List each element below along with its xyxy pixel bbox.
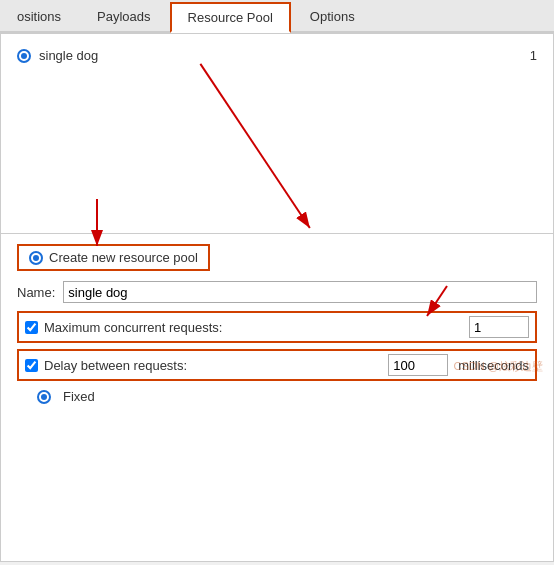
radio-button[interactable] xyxy=(17,49,31,63)
list-item[interactable]: single dog 1 xyxy=(1,40,553,71)
delay-input[interactable] xyxy=(388,354,448,376)
item-label: single dog xyxy=(39,48,98,63)
tab-resource-pool[interactable]: Resource Pool xyxy=(170,2,291,33)
name-label: Name: xyxy=(17,285,55,300)
max-concurrent-checkbox[interactable] xyxy=(25,321,38,334)
fixed-radio[interactable] xyxy=(37,390,51,404)
fixed-row: Fixed xyxy=(17,389,537,404)
max-concurrent-input[interactable] xyxy=(469,316,529,338)
fixed-label: Fixed xyxy=(63,389,95,404)
tab-payloads[interactable]: Payloads xyxy=(80,2,167,31)
tab-positions[interactable]: ositions xyxy=(0,2,78,31)
watermark: CSDN @炫彩边壁 xyxy=(454,359,543,374)
create-pool-label: Create new resource pool xyxy=(49,250,198,265)
create-pool-radio[interactable] xyxy=(29,251,43,265)
name-input[interactable] xyxy=(63,281,537,303)
delay-checkbox[interactable] xyxy=(25,359,38,372)
max-concurrent-row: Maximum concurrent requests: xyxy=(17,311,537,343)
max-concurrent-label: Maximum concurrent requests: xyxy=(44,320,222,335)
form-area: Create new resource pool Name: Maximum c… xyxy=(1,234,553,414)
svg-line-1 xyxy=(200,64,309,228)
tab-bar: ositions Payloads Resource Pool Options xyxy=(0,0,554,33)
scroll-area[interactable]: single dog 1 xyxy=(1,34,553,234)
main-content: single dog 1 Create new resource pool xyxy=(0,33,554,562)
tab-options[interactable]: Options xyxy=(293,2,372,31)
name-row: Name: xyxy=(17,281,537,303)
create-pool-row: Create new resource pool xyxy=(17,244,537,271)
delay-label: Delay between requests: xyxy=(44,358,187,373)
